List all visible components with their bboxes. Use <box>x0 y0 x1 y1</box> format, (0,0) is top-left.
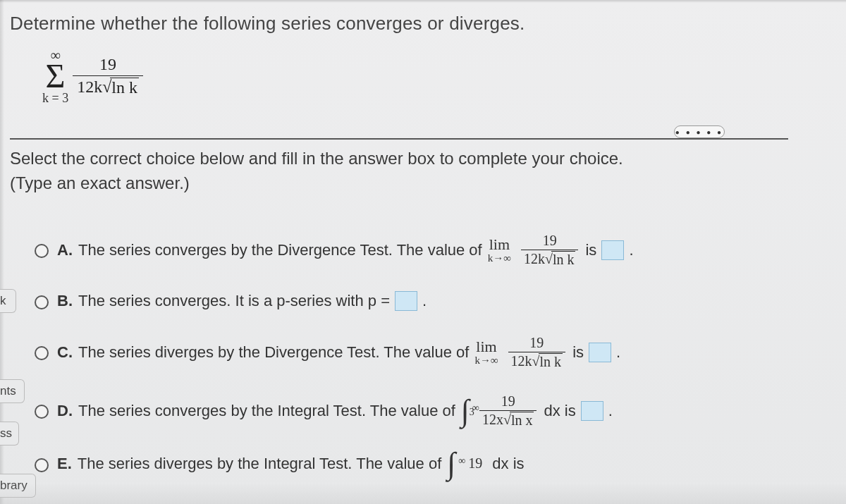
side-tab[interactable]: ss <box>0 422 19 445</box>
question-prompt: Determine whether the following series c… <box>10 13 525 35</box>
choice-e[interactable]: E. The series diverges by the Integral T… <box>31 452 807 476</box>
question-page: Determine whether the following series c… <box>0 0 846 504</box>
choice-b[interactable]: B. The series converges. It is a p-serie… <box>31 291 807 311</box>
answer-input[interactable] <box>581 401 603 421</box>
side-tab[interactable]: nts <box>0 379 25 403</box>
radio-b[interactable] <box>35 295 49 309</box>
series-expression: ∞ Σ k = 3 19 12kln k <box>42 48 143 104</box>
radio-d[interactable] <box>35 405 49 419</box>
answer-input[interactable] <box>589 343 611 362</box>
radio-a[interactable] <box>35 244 49 258</box>
choice-a[interactable]: A. The series converges by the Divergenc… <box>31 233 807 267</box>
answer-input[interactable] <box>601 240 624 260</box>
instructions: Select the correct choice below and fill… <box>10 147 623 196</box>
choice-d[interactable]: D. The series converges by the Integral … <box>31 393 807 428</box>
radio-c[interactable] <box>35 346 49 360</box>
series-denominator: 12kln k <box>73 75 143 97</box>
choice-c[interactable]: C. The series diverges by the Divergence… <box>31 335 807 369</box>
answer-input[interactable] <box>395 291 417 311</box>
sigma-lower-bound: k = 3 <box>42 92 68 104</box>
radio-e[interactable] <box>35 458 49 472</box>
sigma-symbol: Σ <box>46 62 66 90</box>
side-tab[interactable]: k <box>0 289 16 313</box>
more-icon[interactable]: ● ● ● ● ● <box>674 125 725 138</box>
series-numerator: 19 <box>95 55 121 75</box>
choice-list: A. The series converges by the Divergenc… <box>31 211 807 476</box>
divider-rule <box>10 138 788 140</box>
